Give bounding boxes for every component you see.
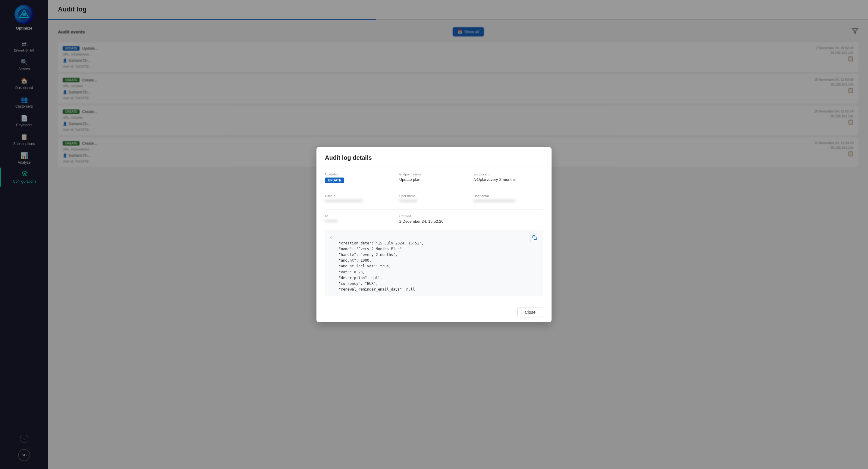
modal-field-operation: Operation UPDATE (325, 173, 395, 183)
modal-divider-2 (325, 209, 543, 210)
modal-overlay[interactable]: Audit log details Operation UPDATE Endpo… (48, 0, 868, 469)
json-code-block: { "creation_date": "15 July 2024, 15:52"… (325, 230, 543, 296)
code-content: { "creation_date": "15 July 2024, 15:52"… (330, 235, 538, 293)
main-content: Audit log Audit events 📅 Show all UPDATE… (48, 0, 868, 469)
modal-field-ip: IP •••••••••• (325, 214, 395, 224)
endpoint-url-label: Endpoint url (473, 173, 543, 176)
created-value: 2 December 24, 15:52:20 (399, 219, 469, 224)
modal-footer: Close (316, 302, 552, 322)
ip-value: •••••••••• (325, 219, 395, 223)
modal-field-endpoint-name: Endpoint name Update plan (399, 173, 469, 183)
modal-header: Audit log details (316, 147, 552, 166)
endpoint-name-label: Endpoint name (399, 173, 469, 176)
close-button[interactable]: Close (517, 307, 543, 317)
modal-body: Operation UPDATE Endpoint name Update pl… (316, 166, 552, 302)
modal-field-spacer (473, 214, 543, 224)
svg-rect-4 (534, 237, 537, 240)
user-id-label: User id (325, 194, 395, 198)
endpoint-url-value: /v1/plan/every-2-months (473, 177, 543, 182)
ip-label: IP (325, 214, 395, 218)
modal-fields-grid: Operation UPDATE Endpoint name Update pl… (325, 173, 543, 183)
modal-fields-grid-2: User id •••••••••••••••••••••••••••••• U… (325, 194, 543, 203)
user-name-label: User name (399, 194, 469, 198)
modal-divider-1 (325, 189, 543, 189)
audit-log-details-modal: Audit log details Operation UPDATE Endpo… (316, 147, 552, 322)
created-label: Created (399, 214, 469, 218)
modal-fields-grid-3: IP •••••••••• Created 2 December 24, 15:… (325, 214, 543, 224)
copy-code-button[interactable] (530, 233, 539, 242)
modal-field-user-name: User name •••••••••••••• (399, 194, 469, 203)
modal-field-created: Created 2 December 24, 15:52:20 (399, 214, 469, 224)
user-email-value: ••••••••••••••••••••••••••••••••• (473, 199, 543, 203)
modal-title: Audit log details (325, 154, 543, 161)
modal-field-user-id: User id •••••••••••••••••••••••••••••• (325, 194, 395, 203)
operation-badge: UPDATE (325, 178, 344, 183)
user-name-value: •••••••••••••• (399, 199, 469, 203)
endpoint-name-value: Update plan (399, 177, 469, 182)
modal-field-user-email: User email •••••••••••••••••••••••••••••… (473, 194, 543, 203)
operation-label: Operation (325, 173, 395, 176)
user-email-label: User email (473, 194, 543, 198)
user-id-value: •••••••••••••••••••••••••••••• (325, 199, 395, 203)
modal-field-endpoint-url: Endpoint url /v1/plan/every-2-months (473, 173, 543, 183)
